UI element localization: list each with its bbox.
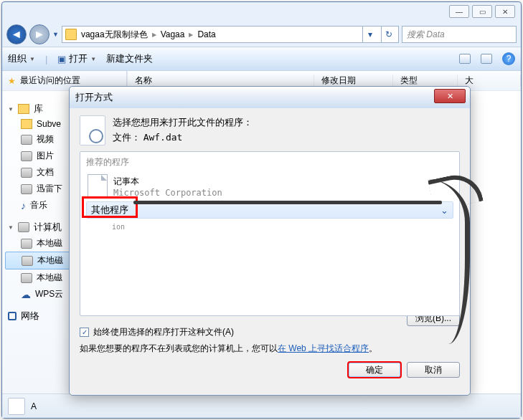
dialog-close-button[interactable]: ✕ [434, 89, 466, 103]
always-label: 始终使用选择的程序打开这种文件(A) [93, 326, 234, 338]
network-icon [8, 312, 17, 320]
new-folder-button[interactable]: 新建文件夹 [106, 52, 153, 65]
program-item-notepad[interactable]: 记事本 Microsoft Corporation [86, 171, 453, 201]
hint-pre: 如果您想要的程序不在列表或您的计算机上，您可以 [80, 343, 278, 353]
crumb-1[interactable]: Vagaa [161, 29, 185, 39]
dialog-heading: 选择您想用来打开此文件的程序： [113, 115, 253, 130]
back-button[interactable]: ◄ [6, 24, 27, 44]
library-icon [18, 104, 29, 114]
folder-icon [65, 29, 77, 40]
always-checkbox[interactable]: ✓ [80, 328, 89, 337]
col-type[interactable]: 类型 [393, 75, 458, 87]
crumb-2[interactable]: Data [197, 29, 215, 39]
refresh-icon[interactable]: ↻ [381, 27, 395, 42]
video-icon [21, 135, 32, 145]
organize-menu[interactable]: 组织 ▼ [8, 52, 35, 65]
close-button[interactable]: ✕ [495, 5, 515, 18]
file-type-icon [80, 115, 105, 145]
drive-icon [21, 273, 32, 283]
preview-pane-icon[interactable] [481, 54, 492, 64]
web-search-link[interactable]: 在 Web 上寻找适合程序 [278, 343, 369, 353]
other-programs-expander[interactable]: 其他程序 ⌄ [86, 201, 453, 219]
file-label: 文件： [113, 132, 141, 143]
drive-icon [22, 256, 33, 266]
address-dropdown-icon[interactable]: ▾ [362, 27, 377, 42]
open-icon: ▣ [57, 54, 66, 65]
thunder-icon [21, 184, 32, 194]
music-icon: ♪ [21, 200, 26, 211]
cloud-icon: ☁ [21, 289, 31, 300]
recommended-header: 推荐的程序 [86, 156, 453, 168]
explorer-titlebar: — ▭ ✕ [2, 2, 521, 22]
drive-icon [21, 239, 32, 249]
chevron-down-icon: ⌄ [440, 205, 448, 216]
file-name: Awf.dat [143, 132, 183, 143]
view-icon[interactable] [459, 54, 471, 64]
status-text: A [31, 401, 37, 411]
computer-icon [18, 222, 29, 232]
program-name: 记事本 [113, 176, 222, 188]
ok-button[interactable]: 确定 [348, 362, 401, 378]
annotation-highlight [82, 196, 138, 218]
star-icon: ★ [8, 76, 16, 86]
nav-row: ◄ ► ▼ vagaa无限制绿色 ▶ Vagaa ▶ Data ▾ ↻ 搜索 D… [2, 22, 521, 47]
file-icon [8, 398, 25, 415]
folder-icon [21, 119, 32, 129]
chevron-right-icon: ▶ [189, 32, 193, 38]
sub-text: ion [112, 223, 453, 231]
cancel-button[interactable]: 取消 [407, 362, 460, 378]
chevron-right-icon: ▶ [152, 32, 156, 38]
notepad-icon [88, 174, 108, 199]
toolbar: 组织 ▼ | ▣ 打开 ▼ 新建文件夹 ? [2, 47, 521, 71]
history-dropdown-icon[interactable]: ▼ [52, 31, 59, 38]
open-button[interactable]: ▣ 打开 ▼ [57, 52, 96, 65]
maximize-button[interactable]: ▭ [472, 5, 492, 18]
col-name[interactable]: 名称 [128, 75, 314, 87]
crumb-0[interactable]: vagaa无限制绿色 [81, 29, 148, 41]
search-input[interactable]: 搜索 Data [402, 26, 517, 43]
picture-icon [21, 151, 32, 161]
status-bar: A [2, 393, 521, 418]
program-list: 推荐的程序 记事本 Microsoft Corporation 其他程序 ⌄ i… [80, 151, 460, 316]
open-with-dialog: 打开方式 ✕ 选择您想用来打开此文件的程序： 文件： Awf.dat 推荐的程序… [69, 86, 471, 396]
col-size[interactable]: 大 [458, 75, 521, 87]
col-date[interactable]: 修改日期 [314, 75, 393, 87]
forward-button[interactable]: ► [29, 24, 50, 44]
address-bar[interactable]: vagaa无限制绿色 ▶ Vagaa ▶ Data ▾ ↻ [62, 26, 399, 43]
document-icon [21, 168, 32, 178]
help-icon[interactable]: ? [502, 52, 515, 65]
minimize-button[interactable]: — [449, 5, 469, 18]
dialog-title[interactable]: 打开方式 [70, 87, 470, 108]
hint-post: 。 [369, 343, 377, 353]
